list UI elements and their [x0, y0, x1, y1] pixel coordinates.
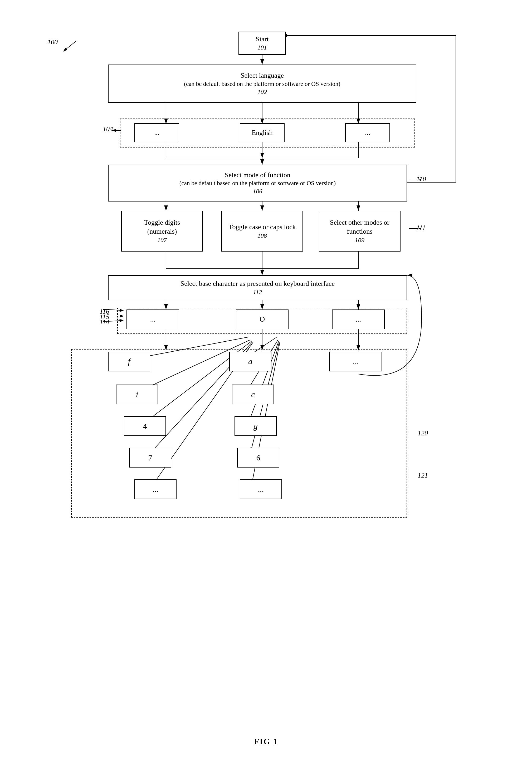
char-a-label: a: [248, 356, 252, 367]
char-6-label: 6: [256, 452, 260, 463]
base-o-label: O: [260, 315, 265, 324]
ref-121-label: 121: [418, 471, 428, 479]
select-language-text: Select language: [240, 71, 284, 80]
select-mode-ref: 106: [253, 187, 263, 196]
char-c-box: c: [232, 384, 274, 404]
char-4-box: 4: [124, 416, 166, 436]
select-other-box: Select other modes or functions 109: [319, 211, 400, 252]
char-4-label: 4: [143, 421, 147, 431]
char-dots-far-label: ...: [353, 356, 359, 367]
char-f-box: f: [108, 352, 150, 371]
char-dots-right-box: ...: [240, 479, 282, 499]
lang-english-box: English: [240, 123, 285, 142]
select-mode-text: Select mode of function: [225, 171, 290, 180]
base-dots2-box: ...: [332, 310, 385, 329]
start-ref: 101: [258, 44, 267, 52]
lang-english-label: English: [252, 128, 272, 137]
char-dots-left-box: ...: [134, 479, 176, 499]
start-label: Start: [256, 35, 268, 44]
char-6-box: 6: [237, 448, 279, 468]
toggle-digits-box: Toggle digits(numerals) 107: [121, 211, 203, 252]
char-g-label: g: [254, 421, 258, 432]
char-a-box: a: [229, 352, 271, 371]
select-mode-subtext: (can be default based on the platform or…: [179, 179, 336, 187]
fig-caption: FIG 1: [254, 737, 278, 746]
start-box: Start 101: [238, 32, 286, 55]
ref-104-arrow: [111, 126, 124, 134]
select-base-ref: 112: [253, 288, 262, 296]
base-dots1-label: ...: [150, 315, 156, 324]
ref-100-label: 100: [47, 38, 58, 46]
select-other-ref: 109: [355, 236, 364, 244]
select-language-subtext: (can be default based on the platform or…: [184, 80, 340, 88]
toggle-case-box: Toggle case or caps lock 108: [221, 211, 303, 252]
select-language-box: Select language (can be default based on…: [108, 65, 416, 103]
char-7-label: 7: [148, 452, 152, 463]
base-o-box: O: [236, 310, 289, 329]
char-dots-far-box: ...: [329, 352, 382, 371]
lang-dots2-box: ...: [345, 123, 390, 142]
ref-100-arrow: [61, 38, 82, 54]
toggle-case-text: Toggle case or caps lock: [229, 223, 296, 231]
ref-110-arrow: [408, 176, 421, 184]
char-dots-left-label: ...: [153, 484, 159, 495]
lang-dots1-box: ...: [134, 123, 179, 142]
diagram: 100 Start 101 Select language (can be de…: [40, 16, 493, 727]
base-dots1-box: ...: [126, 310, 179, 329]
toggle-case-ref: 108: [258, 231, 267, 240]
char-i-box: i: [116, 384, 158, 404]
char-7-box: 7: [129, 448, 171, 468]
lang-dots2-label: ...: [365, 128, 370, 137]
base-dots2-label: ...: [356, 315, 361, 324]
select-base-box: Select base character as presented on ke…: [108, 275, 407, 300]
char-i-label: i: [136, 389, 138, 400]
toggle-digits-ref: 107: [157, 236, 167, 244]
ref-120-label: 120: [418, 429, 428, 437]
ref-111-arrow: [408, 225, 421, 232]
ref-114-arrows: [87, 306, 129, 327]
select-language-ref: 102: [258, 88, 267, 96]
select-base-text: Select base character as presented on ke…: [180, 279, 335, 288]
toggle-digits-text: Toggle digits(numerals): [144, 218, 180, 236]
select-other-text: Select other modes or functions: [319, 218, 400, 236]
lang-dots1-label: ...: [154, 128, 159, 137]
char-dots-right-label: ...: [258, 484, 264, 495]
svg-line-40: [63, 41, 77, 51]
char-c-label: c: [251, 389, 255, 400]
char-f-label: f: [128, 356, 130, 367]
char-g-box: g: [235, 416, 277, 436]
select-mode-box: Select mode of function (can be default …: [108, 165, 407, 201]
